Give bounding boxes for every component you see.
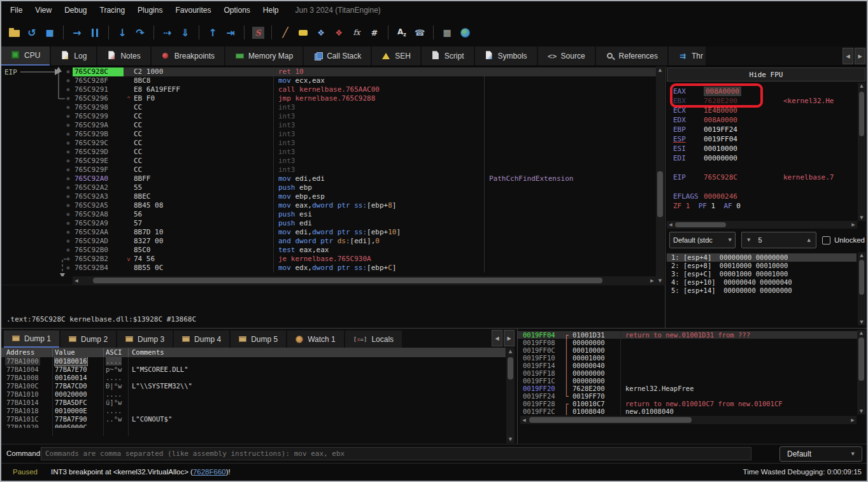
unlocked-checkbox[interactable]: Unlocked	[822, 236, 865, 245]
dump-row[interactable]: 77BA101477BA5DFCü]°w	[1, 399, 506, 407]
dump-row[interactable]: 77BA100000180016....	[1, 357, 506, 365]
breakpoint-dot-column[interactable]: ●	[64, 255, 73, 264]
disasm-row[interactable]: ●765C92AA8B7D 10mov edi,dword ptr ss:[eb…	[1, 228, 656, 237]
tab-cpu[interactable]: CPU	[1, 46, 50, 66]
breakpoint-address-link[interactable]: 7628F660	[193, 468, 226, 476]
tab-notes[interactable]: Notes	[97, 46, 150, 66]
argument-row[interactable]: 3: [esp+C] 00001000 00001000	[667, 270, 857, 278]
disasm-row[interactable]: ●765C929ECCint3	[1, 157, 656, 166]
dump-row[interactable]: 77BA100C77BA7CD0Ð|°wL"\\SYSTEM32\\"	[1, 382, 506, 390]
stack-row[interactable]: 0019FF2C│01008040new.01008040	[518, 408, 858, 415]
breakpoint-dot-column[interactable]: ●	[64, 94, 73, 103]
dump-vscrollbar[interactable]: ▲ ▼	[506, 348, 515, 443]
disasm-row[interactable]: ●765C92A58B45 08mov eax,dword ptr ss:[eb…	[1, 201, 656, 210]
tab-dump-5[interactable]: Dump 5	[231, 330, 286, 348]
functions-button[interactable]: fx	[349, 25, 364, 40]
menu-view[interactable]: View	[29, 4, 58, 17]
breakpoint-dot-column[interactable]: ●	[64, 76, 73, 85]
tab-breakpoints[interactable]: Breakpoints	[152, 46, 224, 66]
argument-row[interactable]: 1: [esp+4] 00000000 00000000	[667, 253, 857, 262]
labels-button[interactable]: ❖	[313, 25, 329, 40]
tab-script[interactable]: Script	[422, 46, 474, 66]
trace-into-button[interactable]: ⇢	[160, 25, 175, 40]
breakpoint-dot-column[interactable]: ●	[64, 246, 73, 255]
disasm-row[interactable]: ●765C9299CCint3	[1, 112, 656, 121]
tab-seh[interactable]: SEH	[372, 46, 420, 66]
breakpoint-dot-column[interactable]: ●	[64, 166, 73, 174]
flag-pf[interactable]: PF	[699, 201, 707, 211]
breakpoint-dot-column[interactable]: ●	[64, 139, 73, 148]
spinner-up-icon[interactable]: ▲	[808, 237, 811, 243]
disasm-row[interactable]: ●765C92A38BECmov ebp,esp	[1, 192, 656, 201]
tab-call-stack[interactable]: Call Stack	[304, 46, 371, 66]
stack-row[interactable]: 0019FF10│00001000	[518, 354, 858, 362]
open-file-button[interactable]	[6, 25, 22, 40]
arguments-vscrollbar[interactable]: ▲ ▼	[858, 252, 865, 325]
breakpoint-dot-column[interactable]: ●	[64, 174, 73, 183]
disasm-row[interactable]: ●765C92A957push edi	[1, 219, 656, 228]
disasm-row[interactable]: ●765C92A08BFFmov edi,ediPathCchFindExten…	[1, 174, 656, 183]
disasm-row[interactable]: ●765C929DCCint3	[1, 148, 656, 157]
flag-af[interactable]: AF	[724, 201, 732, 211]
menu-tracing[interactable]: Tracing	[94, 4, 132, 17]
stop-button[interactable]: ■	[42, 25, 57, 40]
stack-row[interactable]: 0019FF0C│00010000	[518, 346, 858, 354]
stack-hscrollbar[interactable]: ◀ ▶	[520, 416, 857, 424]
stack-row[interactable]: 0019FF28┌010010C7return to new.010010C7 …	[518, 400, 858, 408]
disasm-row[interactable]: ●765C92B085C0test eax,eax	[1, 246, 656, 255]
menu-file[interactable]: File	[4, 4, 29, 17]
tab-dump-2[interactable]: Dump 2	[60, 330, 116, 348]
argument-row[interactable]: 2: [esp+8] 00010000 00010000	[667, 262, 857, 270]
disasm-row[interactable]: ●765C9298CCint3	[1, 103, 656, 112]
tab-log[interactable]: Log	[51, 46, 96, 66]
trace-over-button[interactable]: ⇓	[178, 25, 193, 40]
disasm-row[interactable]: ●765C92B2v74 56je kernelbase.765C930A	[1, 255, 656, 264]
disasm-row[interactable]: ●765C92A255push ebp	[1, 183, 656, 192]
dump-row[interactable]: 77BA10200005000C	[1, 423, 506, 428]
menu-debug[interactable]: Debug	[58, 4, 93, 17]
breakpoint-dot-column[interactable]: ●	[64, 237, 73, 246]
attach-button[interactable]: ☎	[412, 25, 427, 40]
disasm-row[interactable]: ●765C9296^EB F0jmp kernelbase.765C9288	[1, 94, 656, 103]
disasm-row[interactable]: ●765C929FCCint3	[1, 166, 656, 174]
disasm-row[interactable]: ●765C92A856push esi	[1, 210, 656, 219]
breakpoint-dot-column[interactable]: ●	[64, 201, 73, 210]
disasm-row[interactable]: ●765C928CC2 1000ret 10	[1, 67, 656, 76]
dump-row[interactable]: 77BA100800160014....	[1, 374, 506, 382]
step-into-button[interactable]: ↓	[115, 25, 130, 40]
disasm-row[interactable]: ●765C92AD8327 00and dword ptr ds:[edi],0	[1, 237, 656, 246]
stack-row[interactable]: 0019FF14│00000040	[518, 362, 858, 369]
breakpoint-dot-column[interactable]: ●	[64, 157, 73, 166]
dump-row[interactable]: 77BA101C77BA7F90..°wL"CONOUT$"	[1, 415, 506, 423]
restart-button[interactable]: ↺	[24, 25, 39, 40]
disasm-row[interactable]: ●765C929BCCint3	[1, 130, 656, 139]
breakpoint-dot-column[interactable]: ●	[64, 210, 73, 219]
browser-button[interactable]	[457, 25, 473, 40]
register-row-esp[interactable]: ESP0019FF04	[667, 134, 857, 144]
menu-favourites[interactable]: Favourites	[169, 4, 217, 17]
tab-dump-4[interactable]: Dump 4	[174, 330, 229, 348]
patches-button[interactable]: ╱	[278, 25, 293, 40]
disasm-row[interactable]: ●765C92B48B55 0Cmov edx,dword ptr ss:[eb…	[1, 264, 656, 273]
register-row-edi[interactable]: EDI00000000	[667, 153, 857, 163]
breakpoint-dot-column[interactable]: ●	[64, 219, 73, 228]
disasm-row[interactable]: ●765C9291E8 6A19FEFFcall kernelbase.765A…	[1, 85, 656, 94]
menu-help[interactable]: Help	[257, 4, 285, 17]
register-row-edx[interactable]: EDX008A0000	[667, 115, 857, 125]
breakpoint-dot-column[interactable]: ●	[64, 264, 73, 273]
disasm-vscrollbar[interactable]: ▲ ▼	[656, 66, 664, 285]
calling-convention-dropdown[interactable]: Default (stdc ▼	[669, 232, 736, 248]
bookmarks-button[interactable]: ❖	[331, 25, 346, 40]
disasm-row[interactable]: ●765C928F8BC8mov ecx,eax	[1, 76, 656, 85]
tab-dump-3[interactable]: Dump 3	[117, 330, 173, 348]
tab-references[interactable]: References	[596, 46, 667, 66]
dump-tab-scroll-left-button[interactable]: ◀	[492, 330, 502, 346]
stack-row[interactable]: 0019FF04┌01001D31return to new.01001D31 …	[518, 331, 858, 339]
disasm-row[interactable]: ●765C929ACCint3	[1, 121, 656, 130]
stack-row[interactable]: 0019FF18│00000000	[518, 369, 858, 377]
tab-scroll-right-button[interactable]: ▶	[855, 48, 865, 64]
breakpoint-dot-column[interactable]: ●	[64, 112, 73, 121]
breakpoint-dot-column[interactable]: ●	[64, 183, 73, 192]
menu-plugins[interactable]: Plugins	[131, 4, 169, 17]
dump-row[interactable]: 77BA101000020000....	[1, 390, 506, 399]
